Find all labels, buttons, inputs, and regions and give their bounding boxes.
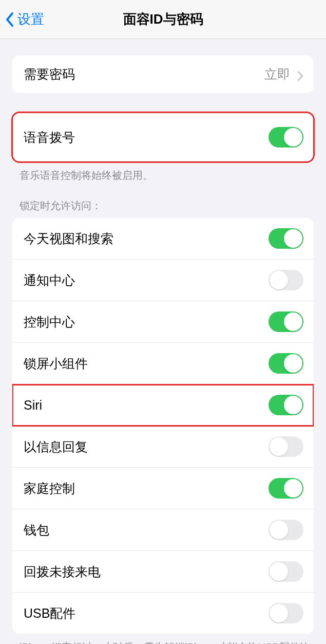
lock-access-footer: iPhone锁定超过一小时后，需先解锁iPhone才能允许USB配件连接。 <box>0 634 326 644</box>
voice-dial-footer: 音乐语音控制将始终被启用。 <box>0 162 326 182</box>
lock-widget-toggle[interactable] <box>269 353 303 374</box>
voice-dial-row: 语音拨号 <box>12 113 314 162</box>
lock-access-label: 今天视图和搜索 <box>24 230 113 247</box>
home-control-toggle[interactable] <box>269 478 303 499</box>
lock-access-header: 锁定时允许访问： <box>0 182 326 218</box>
page-title: 面容ID与密码 <box>0 10 326 28</box>
lock-access-row: 锁屏小组件 <box>12 343 314 384</box>
lock-access-row: 回拨未接来电 <box>12 551 314 593</box>
require-passcode-label: 需要密码 <box>24 66 75 83</box>
wallet-toggle[interactable] <box>269 520 303 540</box>
lock-access-label: 锁屏小组件 <box>24 355 88 372</box>
lock-access-row: USB配件 <box>12 593 314 634</box>
control-center-toggle[interactable] <box>269 311 303 332</box>
lock-access-label: 家庭控制 <box>24 480 75 497</box>
lock-access-row: 家庭控制 <box>12 468 314 509</box>
return-call-toggle[interactable] <box>269 561 303 582</box>
header-bar: 设置 面容ID与密码 <box>0 0 326 39</box>
siri-toggle[interactable] <box>269 395 303 415</box>
back-label: 设置 <box>17 10 44 28</box>
lock-access-label: 控制中心 <box>24 314 75 330</box>
lock-access-row: 通知中心 <box>12 260 314 301</box>
lock-access-label: Siri <box>24 398 42 413</box>
require-passcode-row[interactable]: 需要密码 立即 <box>12 56 314 93</box>
voice-dial-group: 语音拨号 <box>12 113 314 162</box>
voice-dial-label: 语音拨号 <box>24 129 75 146</box>
lock-access-row: 今天视图和搜索 <box>12 218 314 260</box>
lock-access-group: 今天视图和搜索通知中心控制中心锁屏小组件Siri以信息回复家庭控制钱包回拨未接来… <box>12 218 314 634</box>
lock-access-label: USB配件 <box>24 605 75 622</box>
voice-dial-toggle[interactable] <box>269 127 303 148</box>
reply-message-toggle[interactable] <box>269 436 303 457</box>
lock-access-row: Siri <box>12 384 314 426</box>
lock-access-row: 控制中心 <box>12 301 314 343</box>
lock-access-row: 钱包 <box>12 509 314 551</box>
require-passcode-value: 立即 <box>264 66 303 83</box>
chevron-left-icon <box>5 12 14 27</box>
chevron-right-icon <box>297 69 303 80</box>
lock-access-row: 以信息回复 <box>12 426 314 468</box>
today-view-toggle[interactable] <box>269 228 303 249</box>
usb-accessory-toggle[interactable] <box>269 603 303 623</box>
lock-access-label: 通知中心 <box>24 272 75 289</box>
lock-access-label: 以信息回复 <box>24 438 88 455</box>
lock-access-label: 钱包 <box>24 522 49 539</box>
back-button[interactable]: 设置 <box>0 10 44 28</box>
require-passcode-group: 需要密码 立即 <box>12 56 314 93</box>
notification-center-toggle[interactable] <box>269 270 303 290</box>
lock-access-label: 回拨未接来电 <box>24 563 101 580</box>
